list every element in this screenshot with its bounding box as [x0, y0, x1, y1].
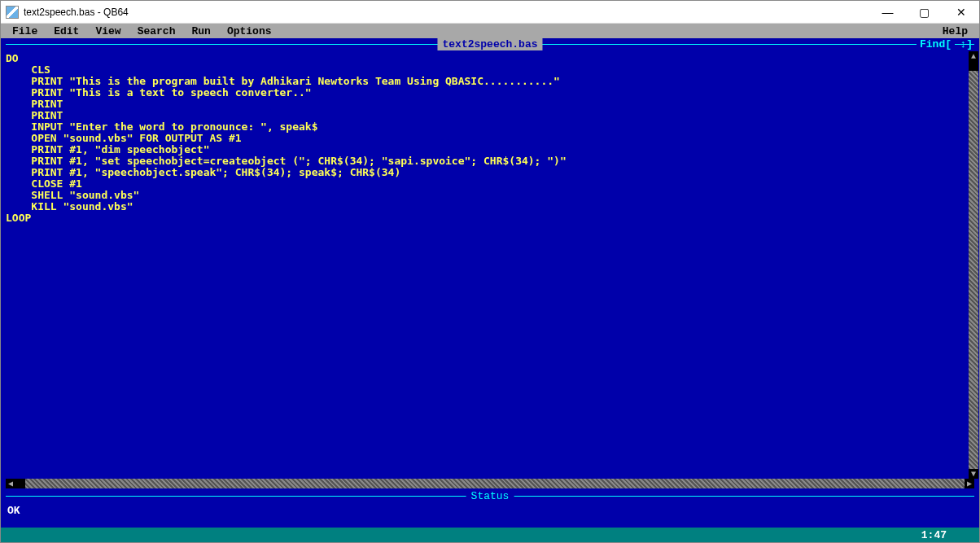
vertical-scrollbar[interactable]: ▲ ▼: [968, 51, 979, 479]
status-label: Status: [466, 490, 514, 502]
menu-view[interactable]: View: [87, 25, 129, 37]
bottom-bar: 1:47: [1, 528, 979, 542]
scroll-down-icon[interactable]: ▼: [969, 469, 978, 479]
app-icon: [6, 6, 19, 19]
cursor-position: 1:47: [921, 529, 947, 541]
menubar: File Edit View Search Run Options Help: [1, 24, 979, 38]
maximize-button[interactable]: ▢: [906, 1, 943, 23]
vscroll-thumb[interactable]: [969, 61, 978, 71]
window-title: text2speech.bas - QB64: [24, 7, 869, 18]
editor-frame-top: text2speech.bas Find[ ↕]: [1, 38, 979, 51]
resize-indicator[interactable]: ↕]: [960, 38, 973, 50]
code-editor[interactable]: DO CLS PRINT "This is the program built …: [6, 51, 968, 479]
menu-help[interactable]: Help: [934, 25, 976, 37]
horizontal-scrollbar[interactable]: ◀ ▶: [6, 479, 974, 490]
scroll-left-icon[interactable]: ◀: [6, 479, 15, 488]
vscroll-track[interactable]: [969, 61, 978, 469]
window-controls: — ▢ ✕: [869, 1, 979, 23]
menu-search[interactable]: Search: [129, 25, 184, 37]
titlebar[interactable]: text2speech.bas - QB64 — ▢ ✕: [1, 1, 979, 24]
menu-run[interactable]: Run: [183, 25, 218, 37]
status-frame: Status: [1, 490, 979, 503]
minimize-button[interactable]: —: [869, 1, 906, 23]
app-window: text2speech.bas - QB64 — ▢ ✕ File Edit V…: [0, 0, 980, 543]
menu-options[interactable]: Options: [219, 25, 280, 37]
editor-wrap: DO CLS PRINT "This is the program built …: [1, 51, 979, 479]
ide-area: File Edit View Search Run Options Help t…: [1, 24, 979, 542]
scroll-up-icon[interactable]: ▲: [969, 51, 978, 61]
status-text: OK: [1, 503, 979, 528]
document-title: text2speech.bas: [437, 38, 542, 50]
close-button[interactable]: ✕: [943, 1, 979, 23]
hscroll-thumb[interactable]: [15, 479, 25, 488]
find-indicator[interactable]: Find[: [917, 38, 955, 50]
menu-edit[interactable]: Edit: [46, 25, 87, 37]
hscroll-track[interactable]: [15, 479, 965, 488]
scroll-right-icon[interactable]: ▶: [965, 479, 974, 488]
menu-file[interactable]: File: [4, 25, 46, 37]
